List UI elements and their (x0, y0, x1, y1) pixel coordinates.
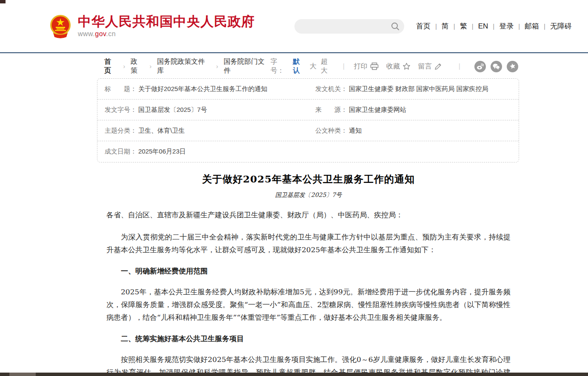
site-url: www.gov.cn (78, 30, 255, 38)
meta-label: 主题分类： (105, 127, 137, 135)
nav-traditional[interactable]: 繁 (460, 21, 467, 31)
pencil-icon (434, 63, 442, 70)
meta-value: 关于做好2025年基本公共卫生服务工作的通知 (138, 85, 267, 93)
meta-value: 2025年06月23日 (138, 148, 186, 156)
search-input[interactable] (294, 20, 404, 33)
breadcrumb-toolbar-row: 首页 › 政策 › 国务院政策文件库 › 国务院部门文件 字号： 默认 大 超大… (97, 60, 519, 73)
site-logo[interactable]: 中华人民共和国中央人民政府 www.gov.cn (49, 14, 255, 39)
font-size-xlarge-button[interactable]: 超大 (321, 57, 334, 75)
meta-value: 国卫基层发〔2025〕7号 (138, 106, 207, 114)
comment-button[interactable]: 留言 (418, 62, 442, 71)
meta-label: 发文字号： (105, 106, 137, 114)
font-size-default-button[interactable]: 默认 (293, 57, 305, 75)
nav-home[interactable]: 首页 (416, 21, 431, 31)
meta-topic-category: 主题分类： 卫生、体育\卫生 (97, 127, 308, 135)
nav-divider: | (544, 23, 545, 30)
meta-label: 成文日期： (105, 148, 137, 156)
meta-value: 卫生、体育\卫生 (138, 127, 185, 135)
search-icon[interactable] (391, 22, 400, 31)
meta-label: 来 源： (315, 106, 347, 114)
meta-label: 发文机关： (315, 85, 347, 93)
section-heading-2: 二、统筹实施好基本公共卫生服务项目 (106, 334, 511, 344)
breadcrumb-separator-icon: › (123, 63, 125, 70)
breadcrumb-policy-library[interactable]: 国务院政策文件库 (157, 57, 211, 75)
toolbar-divider: | (343, 63, 345, 70)
toolbar-divider: | (459, 63, 460, 70)
breadcrumb-department-docs[interactable]: 国务院部门文件 (224, 57, 271, 75)
meta-value: 国家卫生健康委网站 (349, 106, 406, 114)
breadcrumb: 首页 › 政策 › 国务院政策文件库 › 国务院部门文件 (104, 57, 271, 75)
section-heading-1: 一、明确新增经费使用范围 (106, 266, 511, 276)
favorite-button[interactable]: 收藏 (386, 62, 411, 71)
meta-doc-type: 公文种类： 通知 (308, 127, 519, 135)
nav-english[interactable]: EN (478, 22, 488, 31)
nav-accessibility[interactable]: 无障碍 (550, 21, 572, 31)
breadcrumb-home[interactable]: 首页 (104, 57, 117, 75)
font-size-large-button[interactable]: 大 (310, 62, 317, 71)
breadcrumb-separator-icon: › (150, 63, 152, 70)
meta-label: 公文种类： (315, 127, 347, 135)
meta-row-title-agency: 标 题： 关于做好2025年基本公共卫生服务工作的通知 发文机关： 国家卫生健康… (97, 79, 519, 100)
printer-icon (370, 63, 379, 70)
site-identity: 中华人民共和国中央人民政府 www.gov.cn (78, 14, 255, 38)
nav-divider: | (493, 23, 494, 30)
nav-divider: | (472, 23, 474, 30)
search-box (294, 19, 404, 34)
nav-simplified[interactable]: 简 (442, 21, 449, 31)
weibo-share-icon[interactable] (474, 61, 486, 72)
meta-label: 标 题： (105, 85, 137, 93)
bottom-bar-segment (9, 373, 36, 376)
bottom-bar (0, 373, 588, 376)
breadcrumb-separator-icon: › (216, 63, 218, 70)
document-body: 关于做好2025年基本公共卫生服务工作的通知 国卫基层发〔2025〕7号 各省、… (97, 173, 519, 376)
wechat-share-icon[interactable] (491, 61, 502, 72)
site-header: 中华人民共和国中央人民政府 www.gov.cn 首页 | 简 | 繁 | EN… (0, 0, 588, 53)
top-nav: 首页 | 简 | 繁 | EN | 登录 | 邮箱 | 无障碍 (416, 21, 572, 31)
nav-divider: | (518, 23, 520, 30)
document-meta-table: 标 题： 关于做好2025年基本公共卫生服务工作的通知 发文机关： 国家卫生健康… (97, 78, 519, 162)
meta-value: 国家卫生健康委 财政部 国家中医药局 国家疾控局 (349, 85, 488, 93)
page: 中华人民共和国中央人民政府 www.gov.cn 首页 | 简 | 繁 | EN… (0, 0, 588, 376)
paragraph-section-1: 2025年，基本公共卫生服务经费人均财政补助标准增加5元，达到99元。新增经费用… (106, 285, 511, 324)
meta-row-date: 成文日期： 2025年06月23日 (97, 141, 519, 162)
paragraph-salutation: 各省、自治区、直辖市及新疆生产建设兵团卫生健康委、财政厅（局）、中医药局、疾控局… (106, 208, 511, 221)
meta-row-category-type: 主题分类： 卫生、体育\卫生 公文种类： 通知 (97, 120, 519, 141)
meta-issuing-agency: 发文机关： 国家卫生健康委 财政部 国家中医药局 国家疾控局 (308, 85, 519, 93)
nav-divider: | (454, 23, 455, 30)
site-title: 中华人民共和国中央人民政府 (78, 14, 255, 29)
meta-source: 来 源： 国家卫生健康委网站 (308, 106, 519, 114)
nav-divider: | (435, 23, 437, 30)
corner-artifact (0, 0, 6, 3)
nav-login[interactable]: 登录 (499, 21, 514, 31)
meta-row-number-source: 发文字号： 国卫基层发〔2025〕7号 来 源： 国家卫生健康委网站 (97, 100, 519, 120)
paragraph-intro: 为深入贯彻党的二十届三中全会精神，落实新时代党的卫生与健康工作方针中以基层为重点… (106, 231, 511, 256)
share-star-icon[interactable] (507, 61, 518, 72)
meta-title: 标 题： 关于做好2025年基本公共卫生服务工作的通知 (97, 85, 308, 93)
national-emblem-icon (49, 14, 72, 39)
print-button[interactable]: 打印 (354, 62, 379, 71)
breadcrumb-policy[interactable]: 政策 (131, 57, 144, 75)
content-column: 首页 › 政策 › 国务院政策文件库 › 国务院部门文件 字号： 默认 大 超大… (97, 60, 519, 376)
document-number: 国卫基层发〔2025〕7号 (106, 191, 511, 199)
meta-date: 成文日期： 2025年06月23日 (97, 148, 308, 156)
document-title: 关于做好2025年基本公共卫生服务工作的通知 (106, 173, 511, 186)
nav-mail[interactable]: 邮箱 (525, 21, 539, 31)
star-icon (402, 63, 411, 70)
page-toolbar: 字号： 默认 大 超大 | 打印 收藏 (271, 57, 518, 75)
font-size-label: 字号： (271, 57, 290, 75)
meta-doc-number: 发文字号： 国卫基层发〔2025〕7号 (97, 106, 308, 114)
meta-value: 通知 (349, 127, 362, 135)
